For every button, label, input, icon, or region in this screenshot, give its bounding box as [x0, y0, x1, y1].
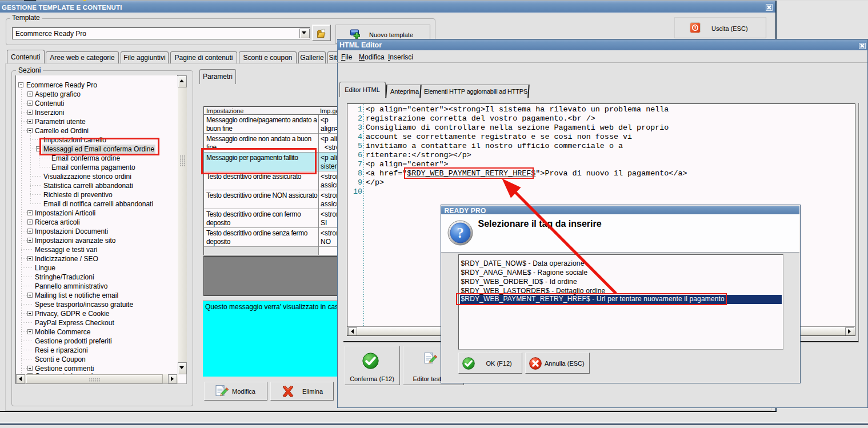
svg-text:?: ?	[457, 225, 464, 241]
